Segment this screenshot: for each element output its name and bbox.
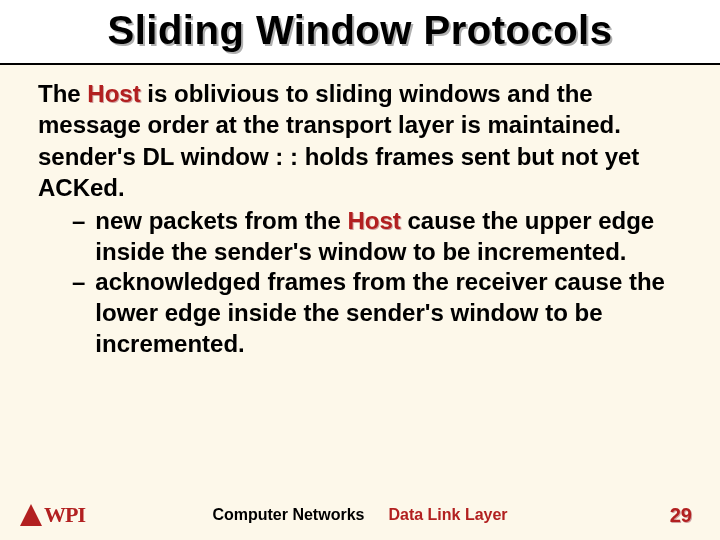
paragraph-2: sender's DL window : : holds frames sent… [38, 142, 682, 203]
title-bar: Sliding Window Protocols [0, 0, 720, 65]
footer-label-b: Data Link Layer [388, 506, 507, 524]
bullet-dash: – [72, 206, 95, 267]
page-number: 29 [670, 504, 692, 527]
slide-body: The Host is oblivious to sliding windows… [0, 65, 720, 359]
logo-text: WPI [44, 502, 85, 528]
logo: WPI [20, 502, 85, 528]
list-item: – acknowledged frames from the receiver … [38, 267, 682, 359]
bullet-list: – new packets from the Host cause the up… [38, 206, 682, 360]
logo-icon [20, 504, 42, 526]
footer-center: Computer Networks Data Link Layer [212, 506, 507, 524]
bullet-dash: – [72, 267, 95, 359]
bullet-text: new packets from the Host cause the uppe… [95, 206, 682, 267]
b1-pre: acknowledged frames from the receiver ca… [95, 268, 665, 356]
footer: WPI Computer Networks Data Link Layer 29 [0, 502, 720, 528]
list-item: – new packets from the Host cause the up… [38, 206, 682, 267]
host-keyword: Host [87, 80, 140, 107]
paragraph-1: The Host is oblivious to sliding windows… [38, 79, 682, 140]
host-keyword: Host [347, 207, 400, 234]
p1-text-a: The [38, 80, 87, 107]
slide-title: Sliding Window Protocols [0, 8, 720, 53]
b0-pre: new packets from the [95, 207, 347, 234]
bullet-text: acknowledged frames from the receiver ca… [95, 267, 682, 359]
footer-label-a: Computer Networks [212, 506, 364, 524]
